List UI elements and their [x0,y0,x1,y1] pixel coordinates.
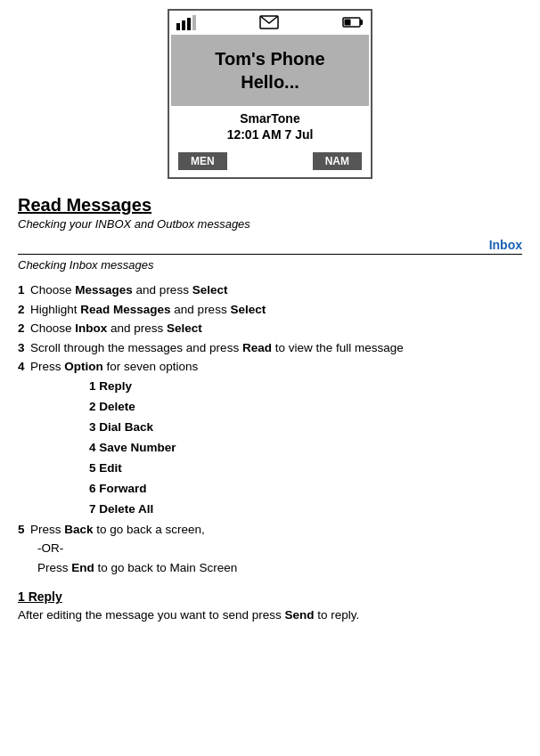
softkey-men-button[interactable]: MEN [178,152,227,170]
steps-list: 1 Choose Messages and press Select 2 Hig… [18,280,522,577]
option-2: 2 Delete [89,397,522,418]
svg-rect-2 [187,18,191,30]
sub-options: 1 Reply 2 Delete 3 Dial Back 4 Save Numb… [89,377,522,520]
phone-mockup: Tom's Phone Hello... SmarTone 12:01 AM 7… [14,9,526,179]
inbox-header: Inbox [18,238,522,255]
svg-rect-3 [192,15,196,30]
page-title: Read Messages [18,195,522,215]
option-4: 4 Save Number [89,438,522,459]
reply-title: 1 Reply [18,589,522,604]
option-3: 3 Dial Back [89,418,522,438]
step-2a: 2 Highlight Read Messages and press Sele… [18,300,522,320]
svg-rect-7 [345,20,351,26]
phone-carrier: SmarTone [169,106,371,127]
phone-screen: Tom's Phone Hello... [171,35,369,106]
checking-inbox-label: Checking Inbox messages [18,258,522,272]
step-3: 3 Scroll through the messages and press … [18,338,522,358]
main-content: Read Messages Checking your INBOX and Ou… [14,195,526,625]
phone-softkeys: MEN NAM [169,147,371,177]
press-end-line: Press End to go back to Main Screen [37,558,522,578]
inbox-label: Inbox [489,238,522,252]
page-subtitle: Checking your INBOX and Outbox messages [18,217,522,231]
battery-icon [342,16,364,31]
svg-rect-0 [176,23,180,30]
option-6: 6 Forward [89,479,522,500]
option-5: 5 Edit [89,459,522,479]
step-4: 4 Press Option for seven options [18,357,522,377]
status-bar [169,11,371,35]
phone-time: 12:01 AM 7 Jul [169,127,371,147]
step-5: 5 Press Back to go back a screen, [18,520,522,540]
svg-rect-6 [360,20,363,25]
envelope-icon [259,15,279,32]
svg-rect-1 [182,20,185,30]
softkey-nam-button[interactable]: NAM [313,152,362,170]
reply-description: After editing the message you want to se… [18,606,522,624]
phone-frame: Tom's Phone Hello... SmarTone 12:01 AM 7… [168,9,372,179]
option-7: 7 Delete All [89,500,522,520]
reply-section: 1 Reply After editing the message you wa… [18,589,522,624]
or-line: -OR- [37,539,522,558]
option-1: 1 Reply [89,377,522,397]
signal-icon [176,14,196,33]
phone-title: Tom's Phone Hello... [180,47,360,93]
step-1: 1 Choose Messages and press Select [18,280,522,300]
step-2b: 2 Choose Inbox and press Select [18,319,522,338]
